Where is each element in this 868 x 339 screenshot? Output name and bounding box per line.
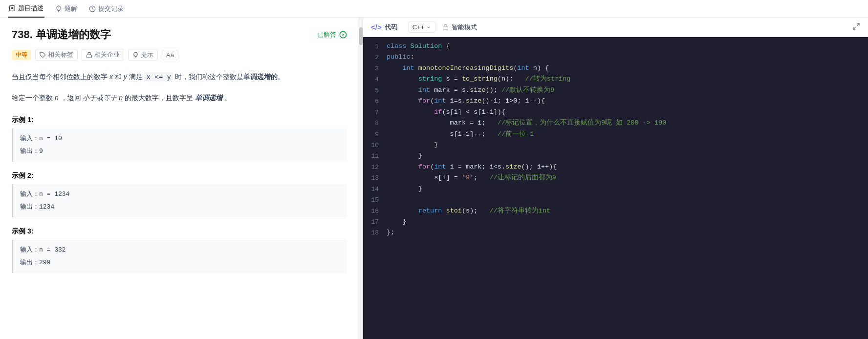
example-1-content: 输入：n = 10 输出：9	[12, 128, 347, 162]
problem-meta: 中等 相关标签 相关企业 提示 Aa	[12, 49, 347, 61]
companies-label: 相关企业	[94, 50, 120, 59]
code-line-15: 15	[363, 194, 868, 205]
svg-line-9	[853, 27, 856, 29]
code-line-17: 17 }	[363, 216, 868, 227]
book-icon	[9, 5, 16, 12]
svg-line-8	[857, 23, 859, 26]
font-label: Aa	[166, 51, 174, 59]
chevron-down-icon	[426, 25, 431, 30]
code-line-5: 5 int mark = s.size(); //默认不转换为9	[363, 85, 868, 96]
code-line-18: 18 };	[363, 227, 868, 238]
hint-button[interactable]: 提示	[128, 49, 158, 61]
lightbulb-icon	[55, 5, 62, 12]
example-3-content: 输入：n = 332 输出：299	[12, 240, 347, 273]
difficulty-badge: 中等	[12, 50, 31, 60]
lang-selector[interactable]: C++	[408, 21, 436, 33]
code-icon: </>	[371, 23, 382, 31]
code-line-9: 9 s[i-1]--; //前一位-1	[363, 129, 868, 140]
tag-icon	[40, 52, 46, 58]
code-line-1: 1 class Solution {	[363, 41, 868, 52]
code-line-7: 7 if(s[i] < s[i-1]){	[363, 107, 868, 118]
solved-badge: 已解答	[317, 30, 347, 39]
code-panel-header: </> 代码 C++ 智能模式	[363, 18, 868, 37]
tab-description[interactable]: 题目描述	[8, 0, 44, 18]
example-2: 示例 2: 输入：n = 1234 输出：1234	[12, 171, 347, 217]
code-line-12: 12 for(int i = mark; i<s.size(); i++){	[363, 162, 868, 172]
code-line-8: 8 mark = i; //标记位置，为什么不直接赋值为9呢 如 200 -> …	[363, 118, 868, 128]
example-2-content: 输入：n = 1234 输出：1234	[12, 184, 347, 217]
tab-solution[interactable]: 题解	[54, 0, 78, 18]
example-1-title: 示例 1:	[12, 116, 347, 125]
left-scrollbar[interactable]	[359, 18, 363, 339]
expand-icon	[852, 22, 860, 30]
tab-submissions[interactable]: 提交记录	[88, 0, 125, 18]
example-3-title: 示例 3:	[12, 227, 347, 236]
check-circle-icon	[339, 31, 347, 39]
code-panel-title: </> 代码	[371, 23, 397, 32]
code-line-4: 4 string s = to_string(n); //转为string	[363, 74, 868, 85]
problem-description-1: 当且仅当每个相邻位数上的数字 x 和 y 满足 x <= y 时，我们称这个整数…	[12, 70, 347, 84]
code-editor[interactable]: 1 class Solution { 2 public: 3 int monot…	[363, 37, 868, 339]
lock-small-icon	[442, 24, 449, 30]
code-line-2: 2 public:	[363, 52, 868, 63]
clock-icon	[89, 5, 96, 12]
lightbulb-small-icon	[132, 52, 139, 58]
tab-description-label: 题目描述	[18, 4, 43, 13]
problem-description-2: 给定一个整数 n ，返回 小于或等于 n 的最大数字，且数字呈 单调递增 。	[12, 91, 347, 105]
problem-panel: 738. 单调递增的数字 已解答 中等 相关标签 相关企业 提示	[0, 18, 359, 339]
code-line-16: 16 return stoi(s); //将字符串转为int	[363, 206, 868, 216]
companies-button[interactable]: 相关企业	[82, 49, 124, 61]
hint-label: 提示	[141, 50, 153, 59]
code-panel: </> 代码 C++ 智能模式 1 class Solution {	[363, 18, 868, 339]
tags-button[interactable]: 相关标签	[35, 49, 78, 61]
svg-rect-7	[443, 27, 448, 30]
svg-rect-6	[87, 54, 92, 57]
tags-label: 相关标签	[48, 50, 73, 59]
tab-solution-label: 题解	[65, 4, 77, 13]
ai-mode-toggle[interactable]: 智能模式	[442, 23, 477, 32]
expand-button[interactable]	[852, 22, 860, 32]
font-button[interactable]: Aa	[162, 50, 178, 60]
code-line-3: 3 int monotoneIncreasingDigits(int n) {	[363, 63, 868, 74]
example-3: 示例 3: 输入：n = 332 输出：299	[12, 227, 347, 273]
code-line-14: 14 }	[363, 184, 868, 194]
tab-submissions-label: 提交记录	[98, 4, 124, 13]
code-line-6: 6 for(int i=s.size()-1; i>0; i--){	[363, 96, 868, 106]
example-2-title: 示例 2:	[12, 171, 347, 180]
problem-title: 738. 单调递增的数字	[12, 27, 111, 42]
code-line-10: 10 }	[363, 140, 868, 150]
code-line-13: 13 s[i] = '9'; //让标记的后面都为9	[363, 172, 868, 183]
example-1: 示例 1: 输入：n = 10 输出：9	[12, 116, 347, 162]
ai-mode-label: 智能模式	[452, 23, 477, 32]
lock-icon	[86, 52, 92, 58]
lang-label: C++	[412, 23, 425, 31]
code-line-11: 11 }	[363, 150, 868, 161]
